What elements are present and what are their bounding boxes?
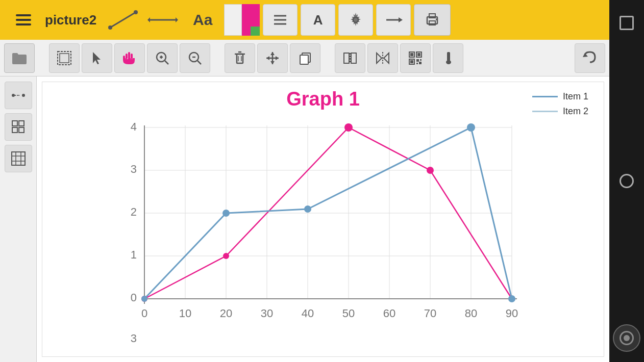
split-icon [343, 51, 357, 65]
zoom-out-icon [188, 51, 202, 65]
graph-title: Graph 1 [42, 82, 604, 110]
zoom-out-button[interactable] [180, 43, 210, 73]
svg-text:90: 90 [506, 307, 518, 320]
double-arrow-icon [147, 12, 178, 28]
select-all-icon [57, 50, 72, 66]
graph-legend: Item 1 Item 2 [532, 91, 588, 117]
select-all-button[interactable] [49, 43, 80, 73]
svg-rect-44 [344, 53, 349, 63]
zoom-in-button[interactable] [147, 43, 178, 73]
font-button[interactable]: Aa [184, 4, 221, 36]
svg-rect-43 [300, 55, 308, 64]
svg-rect-22 [126, 54, 128, 59]
app-title: picture2 [45, 12, 96, 28]
dots-tool-button[interactable] [5, 82, 32, 109]
delete-icon [233, 51, 246, 65]
small-grid-button[interactable] [5, 113, 32, 141]
list-button[interactable] [263, 4, 298, 36]
svg-text:0: 0 [131, 291, 137, 304]
svg-text:80: 80 [465, 307, 477, 320]
qr-button[interactable] [400, 43, 431, 73]
svg-rect-65 [12, 121, 17, 126]
svg-text:3: 3 [131, 163, 137, 175]
copy-button[interactable] [290, 43, 320, 73]
large-grid-icon [11, 151, 26, 166]
cursor-icon [91, 51, 103, 65]
dots-icon [11, 90, 26, 100]
svg-text:50: 50 [342, 307, 355, 320]
svg-text:0: 0 [141, 307, 147, 320]
svg-text:2: 2 [131, 205, 137, 218]
series-1-point-1 [222, 210, 230, 217]
svg-marker-60 [583, 53, 588, 57]
svg-rect-18 [60, 54, 69, 63]
folder-icon [11, 51, 28, 65]
legend-label-2: Item 2 [563, 106, 588, 117]
folder-button[interactable] [4, 43, 35, 73]
move-icon [265, 51, 280, 65]
camera-ring [620, 331, 634, 345]
second-toolbar [0, 40, 609, 76]
text-button[interactable]: A [301, 4, 335, 36]
series-1-point-3 [467, 123, 475, 132]
legend-item-1: Item 1 [532, 91, 588, 102]
camera-button[interactable] [613, 324, 640, 352]
color-right [242, 4, 260, 36]
double-arrow-button[interactable] [144, 4, 181, 36]
line-tool-button[interactable] [105, 4, 141, 36]
settings-button[interactable] [338, 4, 373, 36]
svg-line-27 [165, 61, 168, 64]
canvas-area[interactable]: Graph 1 Item 1 Item 2 [37, 76, 609, 362]
move-button[interactable] [257, 43, 288, 73]
svg-point-61 [12, 94, 15, 97]
legend-line-2 [532, 111, 558, 112]
svg-point-2 [134, 10, 138, 14]
home-button[interactable] [614, 168, 639, 194]
svg-marker-38 [270, 52, 275, 55]
svg-rect-51 [417, 53, 420, 56]
recent-apps-button[interactable] [614, 10, 639, 36]
svg-line-0 [110, 12, 136, 28]
brush-icon [441, 51, 455, 65]
list-icon [272, 12, 288, 28]
line-tool-icon [108, 10, 138, 30]
mirror-button[interactable] [367, 43, 398, 73]
svg-rect-57 [419, 62, 422, 64]
small-grid-icon [11, 119, 26, 135]
undo-icon [582, 50, 598, 66]
arrow-icon [384, 14, 403, 26]
svg-rect-21 [131, 54, 133, 59]
series-2-point-3 [427, 167, 434, 174]
hand-button[interactable] [114, 43, 145, 73]
menu-button[interactable] [5, 4, 42, 36]
font-label: Aa [193, 11, 212, 29]
print-button[interactable] [414, 4, 451, 36]
color-picker[interactable] [224, 4, 260, 36]
chart-svg: 0 1 2 3 4 3 2 0 10 20 30 40 50 60 70 [104, 110, 542, 355]
zoom-in-icon [155, 51, 169, 65]
content-area: Graph 1 Item 1 Item 2 [0, 76, 609, 362]
graph-container: Graph 1 Item 1 Item 2 [42, 82, 604, 357]
svg-marker-39 [270, 61, 275, 64]
undo-button[interactable] [575, 43, 605, 73]
hand-icon [122, 51, 137, 65]
recent-apps-icon [620, 16, 634, 30]
menu-icon [16, 14, 31, 25]
svg-point-16 [436, 18, 438, 20]
arrow-button[interactable] [376, 4, 411, 36]
series-1-point-4 [508, 295, 515, 302]
delete-button[interactable] [225, 43, 255, 73]
split-button[interactable] [335, 43, 365, 73]
svg-marker-5 [176, 17, 178, 22]
svg-rect-46 [351, 53, 356, 63]
svg-marker-12 [399, 17, 403, 22]
home-icon [620, 174, 634, 188]
android-nav [609, 0, 644, 362]
svg-marker-19 [93, 52, 101, 64]
svg-text:70: 70 [424, 307, 436, 320]
brush-button[interactable] [433, 43, 463, 73]
large-grid-button[interactable] [5, 145, 32, 172]
cursor-button[interactable] [82, 43, 112, 73]
series-2-point-2 [344, 123, 353, 132]
svg-text:10: 10 [179, 307, 191, 320]
